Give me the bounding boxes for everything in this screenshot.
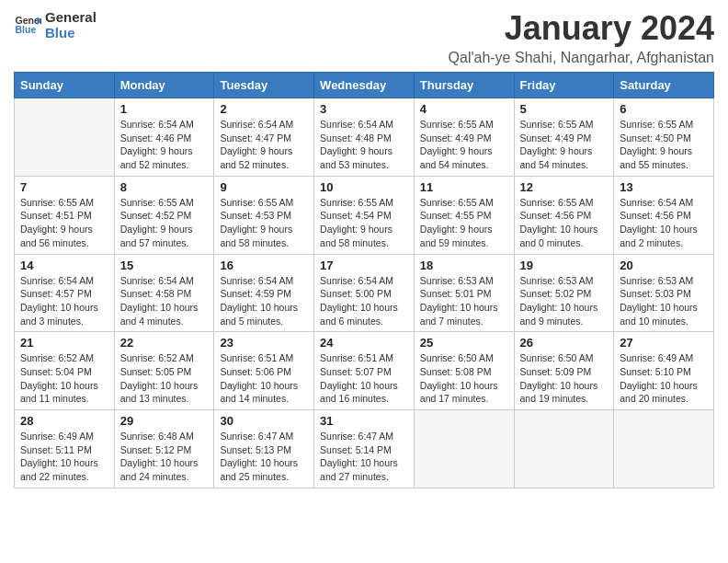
day-info: Sunrise: 6:51 AMSunset: 5:07 PMDaylight:… [320, 351, 408, 406]
week-row-1: 1Sunrise: 6:54 AMSunset: 4:46 PMDaylight… [15, 98, 714, 177]
calendar-cell: 25Sunrise: 6:50 AMSunset: 5:08 PMDayligh… [414, 332, 514, 410]
calendar-cell: 18Sunrise: 6:53 AMSunset: 5:01 PMDayligh… [414, 254, 514, 332]
calendar-cell: 16Sunrise: 6:54 AMSunset: 4:59 PMDayligh… [214, 254, 314, 332]
day-info: Sunrise: 6:55 AMSunset: 4:56 PMDaylight:… [520, 196, 609, 250]
day-number: 15 [120, 259, 209, 272]
week-row-2: 7Sunrise: 6:55 AMSunset: 4:51 PMDaylight… [15, 176, 714, 254]
day-info: Sunrise: 6:54 AMSunset: 5:00 PMDaylight:… [320, 274, 408, 328]
day-number: 9 [220, 180, 308, 194]
day-info: Sunrise: 6:48 AMSunset: 5:12 PMDaylight:… [120, 430, 209, 484]
day-number: 5 [520, 102, 609, 116]
day-info: Sunrise: 6:50 AMSunset: 5:08 PMDaylight:… [420, 351, 508, 406]
calendar-cell: 10Sunrise: 6:55 AMSunset: 4:54 PMDayligh… [314, 176, 415, 254]
day-info: Sunrise: 6:53 AMSunset: 5:01 PMDaylight:… [420, 274, 508, 328]
day-number: 1 [120, 102, 209, 116]
day-number: 29 [120, 414, 209, 428]
day-info: Sunrise: 6:54 AMSunset: 4:48 PMDaylight:… [320, 118, 408, 172]
day-number: 3 [320, 102, 408, 116]
calendar-cell: 15Sunrise: 6:54 AMSunset: 4:58 PMDayligh… [114, 254, 214, 332]
calendar-cell: 22Sunrise: 6:52 AMSunset: 5:05 PMDayligh… [114, 332, 214, 410]
calendar-cell: 29Sunrise: 6:48 AMSunset: 5:12 PMDayligh… [114, 410, 214, 488]
calendar-cell: 6Sunrise: 6:55 AMSunset: 4:50 PMDaylight… [614, 98, 714, 177]
calendar-cell: 28Sunrise: 6:49 AMSunset: 5:11 PMDayligh… [15, 410, 115, 488]
day-number: 27 [620, 336, 708, 350]
calendar-cell: 2Sunrise: 6:54 AMSunset: 4:47 PMDaylight… [214, 98, 314, 177]
logo: General Blue General Blue [14, 9, 97, 41]
day-number: 8 [120, 180, 209, 194]
day-info: Sunrise: 6:47 AMSunset: 5:14 PMDaylight:… [320, 430, 408, 484]
weekday-header-thursday: Thursday [414, 73, 514, 98]
day-info: Sunrise: 6:54 AMSunset: 4:59 PMDaylight:… [220, 274, 308, 328]
weekday-header-friday: Friday [514, 73, 614, 98]
calendar-cell: 27Sunrise: 6:49 AMSunset: 5:10 PMDayligh… [614, 332, 714, 410]
calendar-cell: 14Sunrise: 6:54 AMSunset: 4:57 PMDayligh… [15, 254, 115, 332]
calendar-cell: 31Sunrise: 6:47 AMSunset: 5:14 PMDayligh… [314, 410, 415, 488]
day-number: 30 [220, 414, 308, 428]
day-number: 25 [420, 336, 508, 350]
day-number: 23 [220, 336, 308, 350]
calendar-cell: 30Sunrise: 6:47 AMSunset: 5:13 PMDayligh… [214, 410, 314, 488]
weekday-header-tuesday: Tuesday [214, 73, 314, 98]
day-info: Sunrise: 6:54 AMSunset: 4:46 PMDaylight:… [120, 118, 209, 172]
calendar-cell: 24Sunrise: 6:51 AMSunset: 5:07 PMDayligh… [314, 332, 415, 410]
day-info: Sunrise: 6:55 AMSunset: 4:49 PMDaylight:… [520, 118, 609, 172]
day-info: Sunrise: 6:54 AMSunset: 4:47 PMDaylight:… [220, 118, 308, 172]
calendar-cell: 23Sunrise: 6:51 AMSunset: 5:06 PMDayligh… [214, 332, 314, 410]
day-number: 12 [520, 180, 609, 194]
day-number: 18 [420, 259, 508, 272]
day-number: 20 [620, 259, 708, 272]
calendar-subtitle: Qal'ah-ye Shahi, Nangarhar, Afghanistan [449, 50, 714, 66]
day-number: 22 [120, 336, 209, 350]
day-number: 16 [220, 259, 308, 272]
page-header: General Blue General Blue January 2024 Q… [14, 9, 714, 66]
calendar-cell: 13Sunrise: 6:54 AMSunset: 4:56 PMDayligh… [614, 176, 714, 254]
day-info: Sunrise: 6:49 AMSunset: 5:11 PMDaylight:… [20, 430, 108, 484]
title-section: January 2024 Qal'ah-ye Shahi, Nangarhar,… [449, 9, 714, 66]
day-number: 6 [620, 102, 708, 116]
weekday-header-wednesday: Wednesday [314, 73, 415, 98]
calendar-cell: 1Sunrise: 6:54 AMSunset: 4:46 PMDaylight… [114, 98, 214, 177]
day-number: 10 [320, 180, 408, 194]
calendar-cell: 17Sunrise: 6:54 AMSunset: 5:00 PMDayligh… [314, 254, 415, 332]
day-number: 13 [620, 180, 708, 194]
day-number: 4 [420, 102, 508, 116]
day-number: 11 [420, 180, 508, 194]
calendar-cell: 20Sunrise: 6:53 AMSunset: 5:03 PMDayligh… [614, 254, 714, 332]
day-info: Sunrise: 6:54 AMSunset: 4:57 PMDaylight:… [20, 274, 108, 328]
day-number: 28 [20, 414, 108, 428]
day-info: Sunrise: 6:52 AMSunset: 5:04 PMDaylight:… [20, 351, 108, 406]
calendar-cell: 7Sunrise: 6:55 AMSunset: 4:51 PMDaylight… [15, 176, 115, 254]
day-info: Sunrise: 6:52 AMSunset: 5:05 PMDaylight:… [120, 351, 209, 406]
day-info: Sunrise: 6:55 AMSunset: 4:51 PMDaylight:… [20, 196, 108, 250]
logo-general: General [45, 9, 97, 25]
calendar-table: SundayMondayTuesdayWednesdayThursdayFrid… [14, 72, 714, 488]
week-row-3: 14Sunrise: 6:54 AMSunset: 4:57 PMDayligh… [15, 254, 714, 332]
day-number: 14 [20, 259, 108, 272]
day-info: Sunrise: 6:54 AMSunset: 4:58 PMDaylight:… [120, 274, 209, 328]
week-row-5: 28Sunrise: 6:49 AMSunset: 5:11 PMDayligh… [15, 410, 714, 488]
calendar-cell: 3Sunrise: 6:54 AMSunset: 4:48 PMDaylight… [314, 98, 415, 177]
calendar-cell: 19Sunrise: 6:53 AMSunset: 5:02 PMDayligh… [514, 254, 614, 332]
weekday-header-sunday: Sunday [15, 73, 115, 98]
day-info: Sunrise: 6:53 AMSunset: 5:02 PMDaylight:… [520, 274, 609, 328]
day-number: 26 [520, 336, 609, 350]
calendar-cell: 11Sunrise: 6:55 AMSunset: 4:55 PMDayligh… [414, 176, 514, 254]
weekday-header-monday: Monday [114, 73, 214, 98]
day-info: Sunrise: 6:55 AMSunset: 4:52 PMDaylight:… [120, 196, 209, 250]
svg-text:Blue: Blue [16, 24, 37, 35]
weekday-header-saturday: Saturday [614, 73, 714, 98]
day-info: Sunrise: 6:53 AMSunset: 5:03 PMDaylight:… [620, 274, 708, 328]
calendar-cell [414, 410, 514, 488]
day-info: Sunrise: 6:49 AMSunset: 5:10 PMDaylight:… [620, 351, 708, 406]
day-number: 19 [520, 259, 609, 272]
day-info: Sunrise: 6:47 AMSunset: 5:13 PMDaylight:… [220, 430, 308, 484]
day-number: 17 [320, 259, 408, 272]
calendar-cell: 12Sunrise: 6:55 AMSunset: 4:56 PMDayligh… [514, 176, 614, 254]
calendar-cell: 21Sunrise: 6:52 AMSunset: 5:04 PMDayligh… [15, 332, 115, 410]
day-number: 24 [320, 336, 408, 350]
day-number: 7 [20, 180, 108, 194]
day-info: Sunrise: 6:55 AMSunset: 4:50 PMDaylight:… [620, 118, 708, 172]
day-info: Sunrise: 6:55 AMSunset: 4:49 PMDaylight:… [420, 118, 508, 172]
week-row-4: 21Sunrise: 6:52 AMSunset: 5:04 PMDayligh… [15, 332, 714, 410]
day-info: Sunrise: 6:54 AMSunset: 4:56 PMDaylight:… [620, 196, 708, 250]
